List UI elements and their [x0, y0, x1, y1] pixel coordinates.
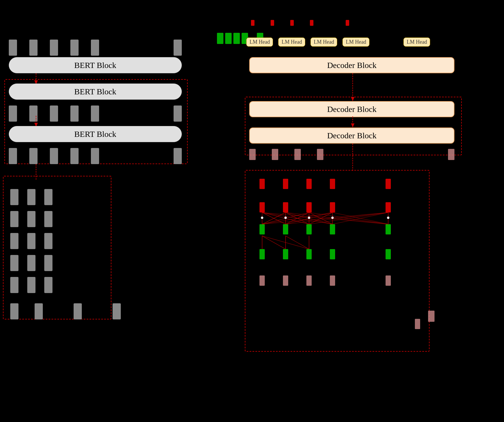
- token-grey: [174, 148, 182, 164]
- token-grey: [10, 303, 18, 319]
- token-pink: [272, 149, 278, 160]
- svg-marker-6: [351, 97, 354, 101]
- bert-block-mid-top: BERT Block: [9, 84, 182, 100]
- token-grey: [27, 211, 35, 227]
- token-row-top: [9, 40, 182, 56]
- token-grey: [10, 255, 18, 271]
- svg-marker-8: [351, 123, 354, 127]
- token-grey: [27, 189, 35, 205]
- token-grey: [27, 233, 35, 249]
- red-dots-top: [251, 20, 349, 26]
- decoder-block-mid-bot: Decoder Block: [249, 127, 454, 144]
- token-grey: [44, 211, 52, 227]
- token-pink: [448, 149, 454, 160]
- token-grey: [174, 40, 182, 56]
- token-grey: [70, 148, 79, 164]
- red-token: [290, 20, 294, 26]
- token-grey: [29, 148, 38, 164]
- token-grey: [44, 277, 52, 293]
- token-grey: [44, 255, 52, 271]
- decoder-label-mid-top: Decoder Block: [327, 105, 377, 114]
- decoder-arrow-v3: [348, 144, 357, 171]
- token-grey: [35, 303, 43, 319]
- token-grey: [27, 277, 35, 293]
- decoder-label-mid-bot: Decoder Block: [327, 131, 377, 140]
- token-grey: [10, 233, 18, 249]
- token-grey: [10, 277, 18, 293]
- bert-block-label-mid-top: BERT Block: [74, 87, 116, 96]
- bert-arrow-v1: [32, 73, 40, 84]
- token-pink: [294, 149, 301, 160]
- decoder-arrow-v2: [348, 116, 357, 128]
- token-grey: [91, 40, 99, 56]
- bert-block-top: BERT Block: [9, 57, 182, 73]
- token-grey: [70, 40, 79, 56]
- token-grey: [50, 40, 58, 56]
- token-grey: [50, 148, 58, 164]
- big-box-row1: [10, 189, 52, 205]
- red-token: [310, 20, 313, 26]
- big-box-row-bot: [10, 303, 121, 319]
- red-token: [271, 20, 274, 26]
- token-grey: [174, 106, 182, 122]
- token-grey: [91, 148, 99, 164]
- decoder-block-mid-top: Decoder Block: [249, 101, 454, 117]
- token-grey: [29, 40, 38, 56]
- token-grey: [44, 233, 52, 249]
- big-box-row2: [10, 211, 52, 227]
- decoder-label-top: Decoder Block: [327, 61, 377, 70]
- token-grey: [44, 189, 52, 205]
- bert-arrow-v2: [32, 116, 40, 127]
- token-grey: [9, 106, 17, 122]
- token-pink: [317, 149, 323, 160]
- big-box-row5: [10, 277, 52, 293]
- big-box-row3: [10, 233, 52, 249]
- lm-head-row: LM Head LM Head LM Head LM Head LM Head: [246, 38, 430, 47]
- token-pink-outside: [428, 311, 435, 322]
- decoder-block-top: Decoder Block: [249, 57, 454, 73]
- token-grey: [50, 106, 58, 122]
- token-outside-right: [428, 311, 435, 322]
- green-token: [233, 33, 240, 44]
- token-grey: [70, 106, 79, 122]
- token-grey: [9, 148, 17, 164]
- token-row-below-mid: [9, 148, 182, 164]
- token-grey: [10, 211, 18, 227]
- decoder-arrow-v1: [348, 73, 357, 102]
- token-grey: [27, 255, 35, 271]
- token-grey: [91, 106, 99, 122]
- green-token: [217, 33, 223, 44]
- big-dashed-box-right: [245, 170, 430, 352]
- bert-block-label-mid-bot: BERT Block: [74, 130, 116, 139]
- diagram-container: BERT Block BERT Block BERT Block: [0, 0, 504, 422]
- lm-head-1: LM Head: [246, 38, 273, 47]
- lm-head-5: LM Head: [403, 38, 430, 47]
- big-box-row4: [10, 255, 52, 271]
- bert-block-mid-bot: BERT Block: [9, 126, 182, 142]
- red-token: [251, 20, 254, 26]
- token-grey: [10, 189, 18, 205]
- lm-head-4: LM Head: [342, 38, 369, 47]
- lm-head-3: LM Head: [310, 38, 337, 47]
- lm-head-2: LM Head: [278, 38, 305, 47]
- bert-block-label-top: BERT Block: [74, 61, 116, 70]
- green-token: [225, 33, 232, 44]
- token-pink: [249, 149, 256, 160]
- token-grey: [9, 40, 17, 56]
- red-token: [346, 20, 349, 26]
